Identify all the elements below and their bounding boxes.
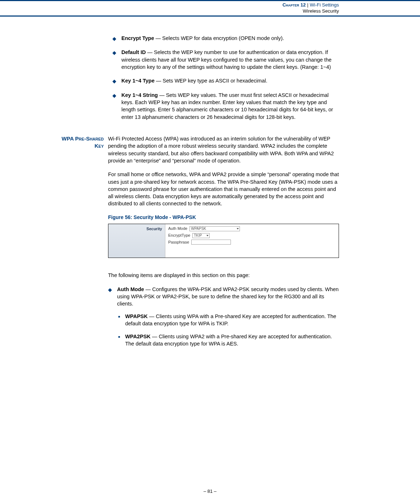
page-header: Chapter 12|Wi-Fi Settings Wireless Secur… (0, 0, 420, 17)
bullet-desc: — Selects WEP for data encryption (OPEN … (154, 35, 284, 41)
bullet-text: WPAPSK — Clients using WPA with a Pre-sh… (125, 313, 339, 327)
square-icon: ■ (118, 315, 120, 319)
wpa-items-intro: The following items are displayed in thi… (108, 272, 339, 279)
figure-screenshot: Security Auth Mode WPAPSK EncryptType TK… (108, 224, 339, 258)
bullet-text: Key 1~4 String — Sets WEP key values. Th… (121, 92, 339, 121)
wpa-bullet-list: ◆ Auth Mode — Configures the WPA-PSK and… (108, 286, 339, 308)
figure-encrypt-label: EncryptType (168, 232, 190, 239)
figure-auth-select[interactable]: WPAPSK (189, 226, 240, 231)
bullet-term: Key 1~4 String (121, 92, 158, 98)
list-item: ◆ Encrypt Type — Selects WEP for data en… (112, 35, 339, 43)
figure-pass-label: Passphrase (168, 239, 189, 246)
figure-encrypt-row: EncryptType TKIP (168, 232, 240, 239)
list-item: ■ WPAPSK — Clients using WPA with a Pre-… (118, 313, 339, 327)
list-item: ◆ Key 1~4 String — Sets WEP key values. … (112, 92, 339, 121)
chapter-word: Chapter (282, 2, 299, 8)
figure-pass-row: Passphrase (168, 239, 240, 246)
list-item: ◆ Auth Mode — Configures the WPA-PSK and… (108, 286, 339, 308)
figure-pass-input[interactable] (191, 240, 231, 245)
list-item: ◆ Default ID — Selects the WEP key numbe… (112, 49, 339, 71)
bullet-term: Default ID (121, 49, 146, 55)
bullet-text: Encrypt Type — Selects WEP for data encr… (121, 35, 339, 42)
bullet-text: WPA2PSK — Clients using WPA2 with a Pre-… (125, 333, 339, 348)
bullet-term: Encrypt Type (121, 35, 154, 41)
header-content: Chapter 12|Wi-Fi Settings Wireless Secur… (0, 2, 420, 14)
bullet-term: WPAPSK (125, 313, 148, 319)
list-item: ■ WPA2PSK — Clients using WPA2 with a Pr… (118, 333, 339, 348)
bullet-desc: — Configures the WPA-PSK and WPA2-PSK se… (117, 286, 339, 307)
wep-bullet-list: ◆ Encrypt Type — Selects WEP for data en… (112, 35, 339, 121)
figure-auth-value: WPAPSK (191, 226, 206, 232)
wpa-para1: Wi-Fi Protected Access (WPA) was introdu… (108, 135, 339, 164)
figure-panel-label: Security (108, 224, 165, 258)
bullet-term: Auth Mode (117, 286, 144, 292)
figure-auth-row: Auth Mode WPAPSK (168, 226, 240, 232)
bullet-text: Key 1~4 Type — Sets WEP key type as ASCI… (121, 77, 339, 84)
wep-bullets-block: ◆ Encrypt Type — Selects WEP for data en… (112, 35, 339, 121)
side-heading-line2: Key (49, 142, 104, 150)
chapter-line: Chapter 12|Wi-Fi Settings (0, 2, 339, 8)
bullet-term: Key 1~4 Type (121, 78, 155, 84)
diamond-icon: ◆ (112, 92, 116, 99)
bullet-desc: — Clients using WPA2 with a Pre-shared K… (125, 334, 332, 347)
square-icon: ■ (118, 335, 120, 339)
bullet-desc: — Clients using WPA with a Pre-shared Ke… (125, 313, 336, 326)
bullet-text: Auth Mode — Configures the WPA-PSK and W… (117, 286, 339, 308)
page-body: ◆ Encrypt Type — Selects WEP for data en… (0, 17, 420, 353)
diamond-icon: ◆ (112, 78, 116, 85)
header-divider: | (307, 2, 308, 8)
side-heading-wpa: WPA Pre-Shared Key (49, 135, 108, 150)
diamond-icon: ◆ (108, 286, 112, 294)
figure-auth-label: Auth Mode (168, 226, 187, 232)
header-subtitle: Wireless Security (0, 8, 339, 14)
wpa-content: Wi-Fi Protected Access (WPA) was introdu… (108, 135, 339, 353)
wpa-sub-list: ■ WPAPSK — Clients using WPA with a Pre-… (108, 313, 339, 348)
wpa-section: WPA Pre-Shared Key Wi-Fi Protected Acces… (49, 135, 339, 353)
diamond-icon: ◆ (112, 35, 116, 43)
chapter-title: Wi-Fi Settings (310, 2, 339, 8)
figure-caption: Figure 56: Security Mode - WPA-PSK (108, 214, 339, 221)
page-footer: – 81 – (0, 489, 420, 494)
figure-encrypt-value: TKIP (194, 233, 202, 238)
chapter-number: 12 (300, 2, 305, 8)
figure-encrypt-select[interactable]: TKIP (192, 233, 210, 238)
bullet-desc: — Selects the WEP key number to use for … (121, 49, 331, 70)
wpa-para2: For small home or office networks, WPA a… (108, 171, 339, 207)
side-heading-line1: WPA Pre-Shared (49, 135, 104, 142)
chapter-label: Chapter 12 (282, 2, 305, 8)
diamond-icon: ◆ (112, 49, 116, 57)
list-item: ◆ Key 1~4 Type — Sets WEP key type as AS… (112, 77, 339, 85)
bullet-term: WPA2PSK (125, 334, 151, 339)
bullet-desc: — Sets WEP key type as ASCII or hexadeci… (155, 78, 267, 84)
figure-fields: Auth Mode WPAPSK EncryptType TKIP Passph… (165, 224, 243, 258)
bullet-text: Default ID — Selects the WEP key number … (121, 49, 339, 71)
